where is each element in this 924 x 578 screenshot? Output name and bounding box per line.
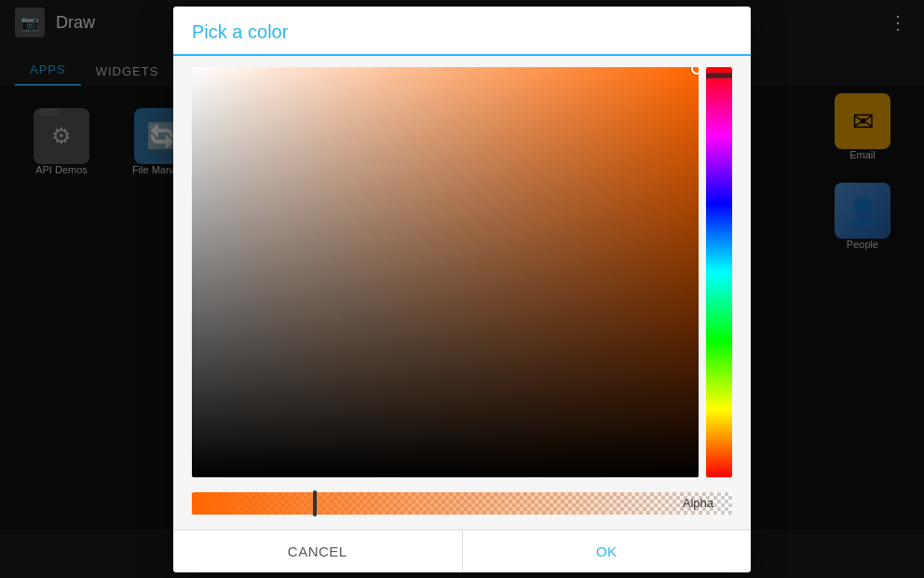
ok-button[interactable]: Ok <box>463 530 752 572</box>
hue-cursor <box>706 73 732 78</box>
color-picker-dialog: Pick a color <box>173 7 751 572</box>
dialog-footer: Cancel Ok <box>173 530 751 572</box>
saturation-box[interactable] <box>192 67 699 477</box>
hue-bar[interactable] <box>706 67 732 477</box>
color-picker-area[interactable] <box>192 67 732 477</box>
dialog-overlay: Pick a color <box>0 0 924 578</box>
alpha-slider[interactable]: Alpha <box>192 489 732 518</box>
dialog-title: Pick a color <box>192 21 732 54</box>
dialog-header: Pick a color <box>173 7 751 56</box>
alpha-thumb[interactable] <box>313 490 317 516</box>
alpha-label: Alpha <box>683 496 713 510</box>
cancel-button[interactable]: Cancel <box>173 530 463 572</box>
dialog-body: Alpha <box>173 56 751 530</box>
